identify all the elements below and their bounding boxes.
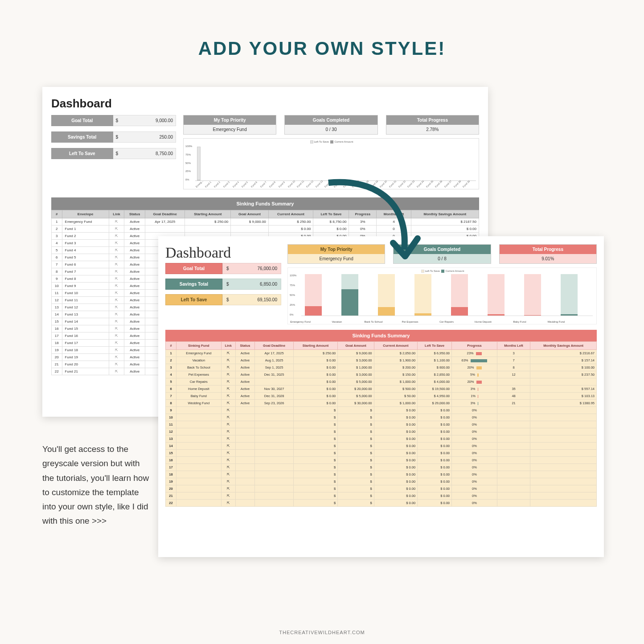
goals-completed-value: 0 / 30	[285, 125, 377, 134]
table-row: 6Home Deposit⇱ActiveNov 30, 2027$ 0.00$ …	[166, 386, 597, 393]
table-row: 22⇱$$$ 0.00$ 0.000%	[166, 500, 597, 507]
c-savings-label: Savings Total	[165, 279, 222, 290]
goal-total-value: $9,000.00	[113, 115, 176, 126]
link-icon[interactable]: ⇱	[109, 218, 124, 226]
link-icon[interactable]: ⇱	[221, 435, 235, 443]
link-icon[interactable]: ⇱	[221, 450, 235, 457]
table-row: 20⇱$$$ 0.00$ 0.000%	[166, 485, 597, 492]
table-row: 4Pet Expenses⇱ActiveDec 31, 2025$ 0.00$ …	[166, 371, 597, 378]
table-row: 19⇱$$$ 0.00$ 0.000%	[166, 478, 597, 485]
table-row: 21⇱$$$ 0.00$ 0.000%	[166, 492, 597, 500]
link-icon[interactable]: ⇱	[109, 261, 124, 268]
link-icon[interactable]: ⇱	[109, 368, 124, 375]
c-goal-value: $76,000.00	[222, 263, 281, 274]
footer-url: THECREATIVEWILDHEART.COM	[0, 630, 644, 635]
table-row: 8Wedding Fund⇱ActiveSep 23, 2026$ 0.00$ …	[166, 400, 597, 407]
priority-label: My Top Priority	[184, 115, 276, 125]
table-row: 14⇱$$$ 0.00$ 0.000%	[166, 443, 597, 450]
table-row: 9⇱$$$ 0.00$ 0.000%	[166, 407, 597, 414]
table-row: 1Emergency Fund⇱ActiveApr 17, 2025$ 250.…	[166, 350, 597, 357]
link-icon[interactable]: ⇱	[221, 492, 235, 500]
c-left-value: $69,150.00	[222, 294, 281, 305]
link-icon[interactable]: ⇱	[109, 347, 124, 354]
link-icon[interactable]: ⇱	[221, 428, 235, 435]
table-row: 17⇱$$$ 0.00$ 0.000%	[166, 464, 597, 471]
c-progress-label: Total Progress	[500, 245, 596, 254]
link-icon[interactable]: ⇱	[221, 378, 235, 386]
priority-value: Emergency Fund	[184, 125, 276, 134]
c-priority-label: My Top Priority	[288, 245, 385, 254]
link-icon[interactable]: ⇱	[221, 407, 235, 414]
link-icon[interactable]: ⇱	[221, 421, 235, 428]
c-priority-value: Emergency Fund	[288, 254, 385, 263]
link-icon[interactable]: ⇱	[109, 254, 124, 261]
dashboard-title: Dashboard	[51, 97, 479, 111]
link-icon[interactable]: ⇱	[109, 332, 124, 340]
link-icon[interactable]: ⇱	[109, 361, 124, 368]
link-icon[interactable]: ⇱	[221, 464, 235, 471]
table-row: 7Baby Fund⇱ActiveDec 31, 2028$ 0.00$ 5,0…	[166, 393, 597, 400]
link-icon[interactable]: ⇱	[221, 393, 235, 400]
table-row: 15⇱$$$ 0.00$ 0.000%	[166, 450, 597, 457]
link-icon[interactable]: ⇱	[221, 457, 235, 464]
total-progress-label: Total Progress	[386, 115, 479, 125]
table-row: 10⇱$$$ 0.00$ 0.000%	[166, 414, 597, 421]
link-icon[interactable]: ⇱	[109, 340, 124, 347]
goals-completed-label: Goals Completed	[285, 115, 377, 125]
c-goal-label: Goal Total	[165, 263, 222, 274]
c-summary-title: Sinking Funds Summary	[165, 330, 597, 341]
table-row: 16⇱$$$ 0.00$ 0.000%	[166, 457, 597, 464]
link-icon[interactable]: ⇱	[221, 371, 235, 378]
link-icon[interactable]: ⇱	[109, 304, 124, 311]
link-icon[interactable]: ⇱	[221, 471, 235, 478]
link-icon[interactable]: ⇱	[109, 311, 124, 318]
table-row: 5Car Repairs⇱Active$ 0.00$ 5,000.00$ 1,0…	[166, 378, 597, 386]
link-icon[interactable]: ⇱	[109, 240, 124, 247]
page-headline: ADD YOUR OWN STYLE!	[0, 0, 644, 59]
savings-total-value: $250.00	[113, 131, 176, 143]
goal-total-label: Goal Total	[51, 115, 113, 126]
summary-title: Sinking Funds Summary	[51, 197, 479, 210]
link-icon[interactable]: ⇱	[109, 275, 124, 283]
savings-total-label: Savings Total	[51, 131, 113, 143]
link-icon[interactable]: ⇱	[221, 485, 235, 492]
color-summary-table: #Sinking FundLinkStatusGoal DeadlineStar…	[165, 341, 597, 507]
c-goals-value: 0 / 8	[394, 254, 490, 263]
table-row: 2Vacation⇱ActiveAug 1, 2025$ 0.00$ 3,000…	[166, 357, 597, 364]
link-icon[interactable]: ⇱	[109, 318, 124, 325]
link-icon[interactable]: ⇱	[221, 443, 235, 450]
link-icon[interactable]: ⇱	[109, 226, 124, 233]
grey-bar-chart: Left To Save Current Amount 100%75%50%25…	[183, 138, 479, 189]
color-dashboard-card: Dashboard Goal Total $76,000.00 Savings …	[158, 236, 604, 557]
table-row: 1Emergency Fund⇱ActiveApr 17, 2025$ 250.…	[52, 218, 479, 226]
link-icon[interactable]: ⇱	[109, 268, 124, 275]
link-icon[interactable]: ⇱	[221, 414, 235, 421]
link-icon[interactable]: ⇱	[109, 297, 124, 304]
table-row: 11⇱$$$ 0.00$ 0.000%	[166, 421, 597, 428]
link-icon[interactable]: ⇱	[109, 247, 124, 254]
body-copy: You'll get access to the greyscale versi…	[42, 442, 154, 529]
table-row: 2Fund 1⇱Active$ 0.00$ 0.000%0$ 0.00	[52, 226, 479, 233]
link-icon[interactable]: ⇱	[109, 354, 124, 361]
color-bar-chart: Left To Save Current Amount 100%75%50%25…	[287, 267, 597, 324]
link-icon[interactable]: ⇱	[221, 357, 235, 364]
link-icon[interactable]: ⇱	[221, 364, 235, 371]
total-progress-value: 2.78%	[386, 125, 479, 134]
link-icon[interactable]: ⇱	[109, 290, 124, 297]
table-row: 12⇱$$$ 0.00$ 0.000%	[166, 428, 597, 435]
link-icon[interactable]: ⇱	[221, 500, 235, 507]
c-left-label: Left To Save	[165, 294, 222, 305]
table-row: 13⇱$$$ 0.00$ 0.000%	[166, 435, 597, 443]
dashboard-title-cursive: Dashboard	[165, 244, 281, 261]
link-icon[interactable]: ⇱	[109, 233, 124, 240]
table-row: 3Back To School⇱ActiveSep 1, 2025$ 0.00$…	[166, 364, 597, 371]
link-icon[interactable]: ⇱	[221, 400, 235, 407]
link-icon[interactable]: ⇱	[221, 350, 235, 357]
link-icon[interactable]: ⇱	[109, 325, 124, 332]
c-savings-value: $6,850.00	[222, 279, 281, 290]
link-icon[interactable]: ⇱	[109, 283, 124, 290]
left-to-save-label: Left To Save	[51, 148, 113, 159]
link-icon[interactable]: ⇱	[221, 386, 235, 393]
link-icon[interactable]: ⇱	[221, 478, 235, 485]
c-goals-label: Goals Completed	[394, 245, 490, 254]
